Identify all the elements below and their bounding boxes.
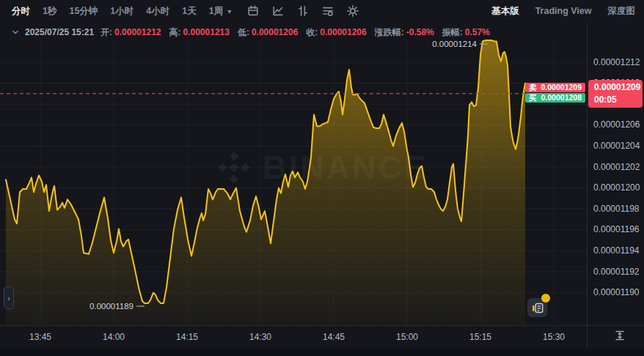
time-tick-14:00: 14:00: [95, 332, 133, 342]
price-tick-0.00001206: 0.00001206: [593, 119, 640, 130]
interval-button-6[interactable]: 1周: [209, 5, 223, 18]
ohlc-value: 0.00001206: [320, 27, 366, 37]
ohlc-label: 开:: [100, 26, 112, 39]
ohlc-item-4: 涨跌幅:-0.58%: [375, 26, 434, 39]
price-tick-0.00001212: 0.00001212: [593, 57, 640, 67]
indicators-icon[interactable]: [322, 5, 334, 17]
orderbook-panel-icon: [532, 303, 544, 314]
price-tick-0.00001198: 0.00001198: [593, 204, 640, 214]
price-axis[interactable]: 0.000012120.000012100.000012080.00001206…: [587, 0, 644, 356]
price-tick-0.00001194: 0.00001194: [593, 245, 640, 256]
ohlc-item-1: 高:0.00001213: [169, 26, 230, 39]
orderbook-panel-toggle-button[interactable]: [527, 298, 547, 317]
time-tick-14:15: 14:15: [168, 332, 206, 342]
binance-kline-chart-app: 分时1秒15分钟1小时4小时1天1周 ▾: [0, 0, 644, 356]
price-tick-0.00001190: 0.00001190: [593, 287, 640, 297]
time-tick-14:45: 14:45: [315, 332, 353, 342]
time-tick-15:15: 15:15: [461, 332, 500, 342]
price-chart-canvas[interactable]: 0.000012140.00001189: [0, 0, 644, 356]
line-chart-icon[interactable]: [272, 5, 284, 17]
price-tick-0.00001192: 0.00001192: [593, 267, 640, 277]
interval-button-3[interactable]: 1小时: [110, 5, 133, 18]
interval-button-0[interactable]: 分时: [12, 5, 30, 18]
price-tick-0.00001202: 0.00001202: [593, 162, 640, 172]
chevron-right-icon: ›: [7, 294, 10, 303]
ask-price-tag: 卖 0.00001209: [525, 83, 585, 92]
ohlc-value: 0.00001212: [114, 27, 161, 37]
ohlc-value: 0.00001206: [252, 27, 298, 37]
candlestick-icon[interactable]: [297, 5, 309, 17]
price-tick-0.00001204: 0.00001204: [593, 141, 640, 151]
more-intervals-caret-icon[interactable]: ▾: [227, 7, 231, 15]
ohlc-item-2: 低:0.00001206: [238, 26, 298, 39]
chart-tool-icons: [247, 5, 359, 17]
ohlc-value: -0.58%: [406, 27, 434, 37]
bid-price: 0.00001208: [541, 93, 582, 103]
price-tick-0.00001200: 0.00001200: [593, 182, 640, 193]
ohlc-value: 0.57%: [465, 27, 490, 37]
view-tab-2[interactable]: 深度图: [608, 5, 636, 18]
session-low-annotation: 0.00001189: [89, 302, 133, 311]
session-high-annotation: 0.00001214: [432, 40, 477, 48]
price-tick-0.00001196: 0.00001196: [593, 224, 640, 234]
panel-expand-button[interactable]: ›: [4, 286, 14, 309]
bid-label: 买: [529, 93, 537, 103]
time-tick-13:45: 13:45: [21, 332, 59, 342]
view-mode-tabs: 基本版Trading View深度图: [491, 5, 635, 18]
view-tab-1[interactable]: Trading View: [535, 6, 592, 16]
time-tick-15:30: 15:30: [535, 332, 573, 342]
last-price-badge: 0.00001209 00:05: [588, 80, 643, 108]
ohlc-label: 高:: [169, 26, 181, 39]
ohlc-item-0: 开:0.00001212: [100, 26, 161, 39]
notification-dot: [541, 294, 550, 303]
interval-selector: 分时1秒15分钟1小时4小时1天1周: [12, 5, 223, 18]
ohlc-values: 开:0.00001212高:0.00001213低:0.00001206收:0.…: [100, 26, 490, 39]
price-scale-fit-icon[interactable]: [613, 329, 626, 342]
candle-countdown: 00:05: [594, 94, 643, 106]
time-tick-14:30: 14:30: [241, 332, 279, 342]
ohlc-label: 低:: [238, 26, 249, 39]
interval-button-5[interactable]: 1天: [182, 5, 196, 18]
interval-button-1[interactable]: 1秒: [43, 5, 56, 18]
view-tab-0[interactable]: 基本版: [491, 5, 519, 18]
chart-toolbar: 分时1秒15分钟1小时4小时1天1周 ▾: [0, 0, 644, 22]
bid-price-tag: 买 0.00001208: [525, 93, 585, 103]
ohlc-info-bar: 2025/07/25 15:21 开:0.00001212高:0.0000121…: [12, 26, 490, 38]
time-axis[interactable]: 13:4514:0014:1514:3014:4515:0015:1515:30: [0, 325, 644, 348]
ohlc-label: 涨跌幅:: [375, 26, 404, 39]
ask-label: 卖: [529, 83, 537, 92]
ohlc-item-5: 振幅:0.57%: [442, 26, 490, 39]
interval-button-2[interactable]: 15分钟: [69, 5, 98, 18]
axis-separator: [587, 22, 588, 348]
interval-calendar-icon[interactable]: [247, 5, 259, 17]
interval-button-4[interactable]: 4小时: [146, 5, 169, 18]
settings-gear-icon[interactable]: [347, 5, 359, 17]
ask-price: 0.00001209: [541, 83, 582, 92]
ask-bid-tags: 卖 0.00001209 买 0.00001208: [525, 83, 585, 103]
collapse-chevron-icon[interactable]: [12, 29, 19, 36]
ohlc-datetime: 2025/07/25 15:21: [25, 27, 94, 37]
last-price-value: 0.00001209: [594, 81, 643, 94]
bottom-edge: [0, 349, 644, 356]
ohlc-label: 振幅:: [442, 26, 463, 39]
ohlc-label: 收:: [306, 26, 318, 39]
time-tick-15:00: 15:00: [388, 332, 426, 342]
ohlc-item-3: 收:0.00001206: [306, 26, 366, 39]
ohlc-value: 0.00001213: [183, 27, 230, 37]
